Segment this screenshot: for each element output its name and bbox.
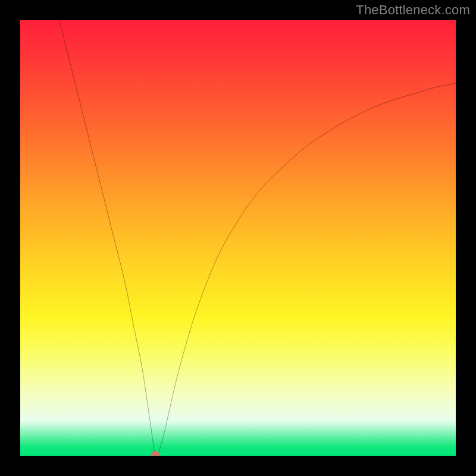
chart-container: TheBottleneck.com — [0, 0, 476, 476]
bottleneck-curve — [20, 20, 456, 456]
plot-area — [20, 20, 456, 456]
attribution-text: TheBottleneck.com — [356, 2, 470, 18]
